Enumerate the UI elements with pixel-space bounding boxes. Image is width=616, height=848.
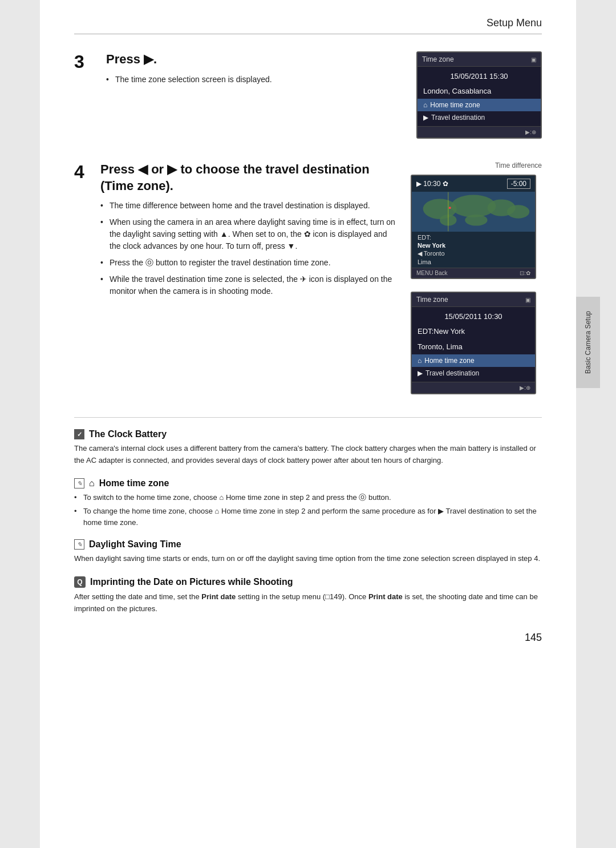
map-tz-name: EDT:	[418, 233, 529, 241]
step3-bullets: The time zone selection screen is displa…	[106, 74, 405, 86]
home-symbol: ⌂	[89, 478, 95, 488]
screen2-header-icon: ▣	[525, 297, 530, 303]
note-clock-body: The camera's internal clock uses a diffe…	[74, 443, 542, 467]
divider-1	[74, 417, 542, 418]
map-time-right: -5:00	[507, 179, 530, 189]
screen2-menu2: ▶ Travel destination	[412, 367, 535, 379]
note-home-section: ✎ ⌂ Home time zone To switch to the home…	[74, 478, 542, 528]
screen2-footer-icons: ▶:⊕	[520, 385, 530, 391]
note-home-bullets: To switch to the home time zone, choose …	[74, 492, 542, 528]
map-time-text: ▶ 10:30 ✿	[416, 180, 448, 188]
side-tab-label: Basic Camera Setup	[584, 311, 592, 374]
note-daylight-section: ✎ Daylight Saving Time When daylight sav…	[74, 539, 542, 565]
step3-title: Press ▶.	[106, 51, 405, 68]
map-city3: Lima	[418, 258, 529, 266]
step4-content: Press ◀ or ▶ to choose the travel destin…	[100, 161, 399, 401]
screen2-header: Time zone ▣	[412, 293, 535, 307]
page-number: 145	[74, 632, 542, 644]
map-city1: New York	[418, 241, 529, 249]
step4-bullet-2: When using the camera in an area where d…	[100, 216, 399, 252]
step4-screens: Time difference ▶ 10:30 ✿ -5:00	[411, 161, 542, 401]
screen2-body: 15/05/2011 10:30 EDT:New York Toronto, L…	[412, 307, 535, 382]
map-city2: ◀ Toronto	[418, 249, 529, 258]
screen1-menu2: ▶ Travel destination	[418, 111, 541, 124]
note-imprint-title: Imprinting the Date on Pictures while Sh…	[90, 577, 293, 587]
note-home-header: ✎ ⌂ Home time zone	[74, 478, 542, 488]
screen1-menu1: ⌂ Home time zone	[418, 99, 541, 111]
page-container: Setup Menu Basic Camera Setup 3 Press ▶.…	[40, 0, 576, 848]
side-tab: Basic Camera Setup	[576, 297, 600, 388]
step3-bullet-1: The time zone selection screen is displa…	[106, 74, 405, 86]
step4-number: 4	[74, 163, 95, 401]
screen1-menu2-label: Travel destination	[431, 114, 485, 122]
screen1-header-title: Time zone	[422, 55, 454, 63]
map-footer-icons: ⊡:✿	[520, 270, 530, 276]
step4-bullets: The time difference between home and the…	[100, 200, 399, 297]
svg-point-6	[465, 215, 487, 226]
map-top-bar: ▶ 10:30 ✿ -5:00	[412, 176, 535, 192]
screen1-footer: ▶:⊕	[418, 126, 541, 138]
imprint-body-prefix: After setting the date and time, set the	[74, 592, 201, 601]
screen2-city1: EDT:New York	[412, 324, 535, 339]
screen1-menu1-label: Home time zone	[430, 101, 480, 109]
note-imprint-body: After setting the date and time, set the…	[74, 591, 542, 615]
step4-bullet-3: Press the ⓞ button to register the trave…	[100, 257, 399, 269]
note-daylight-body: When daylight saving time starts or ends…	[74, 553, 542, 565]
step4-section: 4 Press ◀ or ▶ to choose the travel dest…	[74, 161, 542, 401]
screen2-menu1: ⌂ Home time zone	[412, 354, 535, 367]
setup-menu-title: Setup Menu	[74, 17, 542, 34]
screen2-footer: ▶:⊕	[412, 382, 535, 393]
screen2-travel-icon: ▶	[418, 369, 423, 377]
screen1-travel-icon: ▶	[423, 114, 428, 122]
time-zone-screen-1: Time zone ▣ 15/05/2011 15:30 London, Cas…	[416, 51, 542, 139]
note-clock-title: The Clock Battery	[89, 429, 167, 439]
check-icon: ✓	[74, 429, 84, 439]
time-zone-screen-2: Time zone ▣ 15/05/2011 10:30 EDT:New Yor…	[411, 292, 536, 394]
step4-title: Press ◀ or ▶ to choose the travel destin…	[100, 161, 399, 194]
note-daylight-header: ✎ Daylight Saving Time	[74, 539, 542, 550]
screen1-header-icon: ▣	[531, 56, 536, 63]
map-footer: MENU Back ⊡:✿	[412, 268, 535, 278]
note-home-bullet-1: To switch to the home time zone, choose …	[74, 492, 542, 503]
screen2-menu2-label: Travel destination	[425, 369, 479, 377]
step3-section: 3 Press ▶. The time zone selection scree…	[74, 51, 542, 146]
map-visual	[412, 192, 535, 232]
map-screen: ▶ 10:30 ✿ -5:00	[411, 175, 536, 279]
map-back-label: MENU Back	[416, 270, 447, 276]
screen1-footer-icons: ▶:⊕	[525, 129, 536, 135]
map-time-left: ▶ 10:30 ✿	[416, 180, 448, 188]
screen2-home-icon: ⌂	[418, 357, 422, 365]
svg-point-8	[449, 207, 451, 209]
time-diff-label: Time difference	[411, 161, 542, 169]
note-clock-header: ✓ The Clock Battery	[74, 429, 542, 439]
step4-bullet-4: While the travel destination time zone i…	[100, 273, 399, 297]
imprint-bold-1: Print date	[201, 592, 236, 601]
svg-point-4	[507, 205, 529, 219]
map-cities: EDT: New York ◀ Toronto Lima	[412, 232, 535, 268]
step4-bullet-1: The time difference between home and the…	[100, 200, 399, 212]
imprint-body-mid: setting in the setup menu (□149). Once	[236, 592, 368, 601]
q-icon: Q	[74, 576, 86, 588]
screen1-date: 15/05/2011 15:30	[418, 69, 541, 83]
step3-screen: Time zone ▣ 15/05/2011 15:30 London, Cas…	[416, 51, 542, 146]
note-imprint-header: Q Imprinting the Date on Pictures while …	[74, 576, 542, 588]
step4-left: 4 Press ◀ or ▶ to choose the travel dest…	[74, 161, 399, 401]
note-imprint-section: Q Imprinting the Date on Pictures while …	[74, 576, 542, 615]
screen2-menu1-label: Home time zone	[424, 357, 474, 365]
step3-content: Press ▶. The time zone selection screen …	[106, 51, 405, 146]
step3-number: 3	[74, 53, 95, 146]
pencil-icon-daylight: ✎	[74, 539, 84, 550]
screen1-home-icon: ⌂	[423, 101, 427, 109]
screen2-date: 15/05/2011 10:30	[412, 309, 535, 324]
note-clock-section: ✓ The Clock Battery The camera's interna…	[74, 429, 542, 467]
note-home-title: Home time zone	[99, 478, 169, 488]
imprint-bold-2: Print date	[368, 592, 403, 601]
note-home-bullet-2: To change the home time zone, choose ⌂ H…	[74, 506, 542, 528]
screen1-header: Time zone ▣	[418, 53, 541, 67]
screen1-body: 15/05/2011 15:30 London, Casablanca ⌂ Ho…	[418, 67, 541, 126]
note-daylight-title: Daylight Saving Time	[89, 539, 181, 550]
screen2-header-title: Time zone	[416, 296, 448, 304]
screen1-city: London, Casablanca	[418, 83, 541, 99]
pencil-icon-home: ✎	[74, 478, 84, 488]
screen2-city2: Toronto, Lima	[412, 339, 535, 354]
